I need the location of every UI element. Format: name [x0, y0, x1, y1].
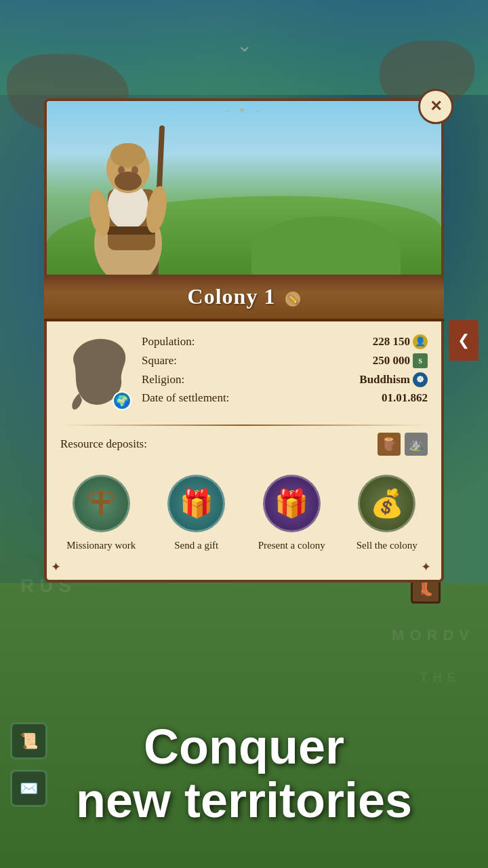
settlement-row: Date of settlement: 01.01.862: [142, 389, 428, 407]
colony-stats: Population: 228 150 👤 Square: 250 000 S …: [142, 332, 428, 407]
present-label: Present a colony: [258, 539, 325, 553]
square-row: Square: 250 000 S: [142, 351, 428, 370]
population-label: Population:: [142, 335, 195, 349]
religion-icon: ☸: [413, 372, 428, 387]
gift-icon: 🎁: [180, 488, 214, 519]
resource-wood-icon: 🪵: [378, 433, 401, 456]
globe-badge: 🌍: [113, 391, 131, 410]
population-row: Population: 228 150 👤: [142, 332, 428, 351]
edit-icon[interactable]: ✏️: [285, 292, 300, 307]
resource-icons: 🪵 ⛰️: [378, 433, 428, 456]
square-value: 250 000 S: [373, 353, 428, 368]
resource-section: Resource deposits: 🪵 ⛰️: [47, 433, 441, 468]
colony-modal: ✦ ✦ ✦ ✦ ✕ ❮: [44, 98, 444, 583]
present-icon: 🎁: [274, 488, 308, 519]
map-label-the: THE: [420, 671, 461, 685]
gift-circle: 🎁: [167, 475, 225, 532]
nav-arrow-right[interactable]: ❮: [449, 320, 479, 361]
corner-decoration-br: ✦: [421, 559, 437, 576]
svg-point-9: [115, 172, 142, 191]
svg-rect-16: [92, 500, 110, 504]
missionary-figure: [67, 108, 203, 277]
hero-hill2: [251, 216, 401, 277]
territory-shape: 🌍: [60, 332, 135, 414]
action-present[interactable]: 🎁 Present a colony: [251, 475, 332, 553]
colony-title: Colony 1 ✏️: [58, 284, 430, 309]
hero-decoration: ~ ⚜ ~: [224, 106, 263, 115]
conquer-line1: Conquer: [0, 720, 488, 774]
bottom-text-area: Conquer new territories: [0, 720, 488, 827]
info-section: 🌍 Population: 228 150 👤 Square: 250 000 …: [47, 321, 441, 425]
corner-decoration-bl: ✦: [51, 559, 67, 576]
action-sell[interactable]: 💰 Sell the colony: [346, 475, 428, 553]
gift-label: Send a gift: [174, 539, 218, 553]
population-value: 228 150 👤: [373, 334, 428, 349]
svg-point-6: [110, 143, 146, 167]
action-gift[interactable]: 🎁 Send a gift: [156, 475, 237, 553]
square-icon: S: [413, 353, 428, 368]
sell-circle: 💰: [358, 475, 415, 532]
religion-label: Religion:: [142, 373, 184, 387]
divider: [60, 425, 428, 426]
actions-section: Missionary work 🎁 Send a gift 🎁 Present …: [47, 468, 441, 566]
map-label-mordv: MORDV: [392, 627, 474, 644]
conquer-line2: new territories: [0, 774, 488, 827]
religion-row: Religion: Buddhism ☸: [142, 370, 428, 389]
action-missionary[interactable]: Missionary work: [60, 475, 142, 553]
square-label: Square:: [142, 354, 177, 368]
population-icon: 👤: [413, 334, 428, 349]
hero-image-section: ~ ⚜ ~: [47, 101, 441, 277]
close-button[interactable]: ✕: [418, 89, 453, 124]
resource-label: Resource deposits: 🪵 ⛰️: [60, 433, 428, 456]
missionary-circle: [73, 475, 130, 532]
top-chevron-icon: ⌄: [237, 34, 252, 56]
settlement-label: Date of settlement:: [142, 391, 229, 405]
mail-ui-button[interactable]: ✉️: [10, 770, 47, 807]
settlement-value: 01.01.862: [382, 391, 428, 405]
present-circle: 🎁: [263, 475, 321, 532]
title-banner: Colony 1 ✏️: [44, 275, 444, 321]
sell-icon: 💰: [370, 488, 404, 519]
missionary-label: Missionary work: [66, 539, 136, 553]
religion-value: Buddhism ☸: [359, 372, 428, 387]
scroll-ui-button[interactable]: 📜: [10, 722, 47, 760]
sell-label: Sell the colony: [357, 539, 418, 553]
resource-stone-icon: ⛰️: [405, 433, 428, 456]
